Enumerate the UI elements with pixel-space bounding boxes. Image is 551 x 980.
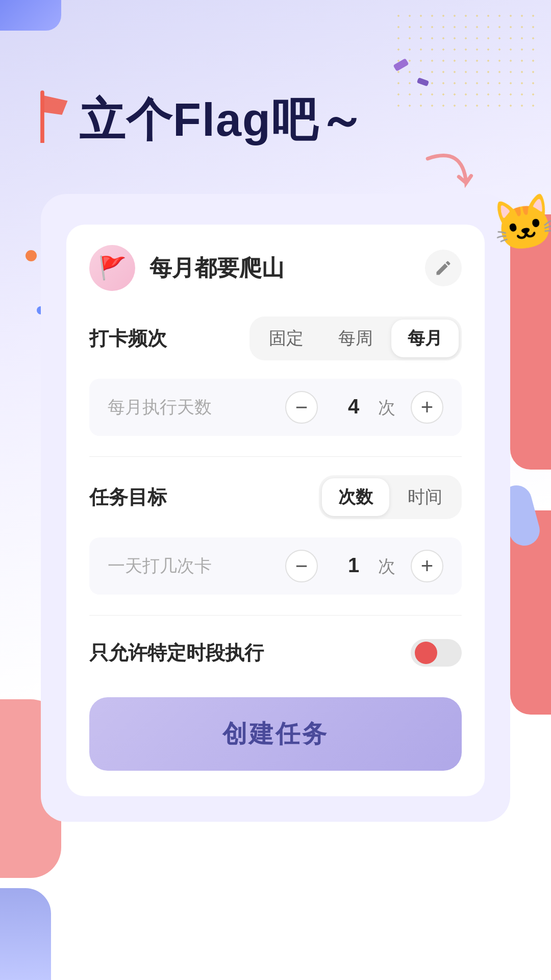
- edit-button[interactable]: [425, 250, 462, 286]
- toggle-weekly[interactable]: 每周: [322, 320, 389, 357]
- task-form-card: 🚩 每月都要爬山 打卡频次 固定 每周 每月 每月执行天数: [66, 225, 485, 796]
- time-restriction-row: 只允许特定时段执行: [89, 634, 462, 672]
- cat-decoration: 🐱: [488, 189, 551, 259]
- toggle-monthly[interactable]: 每月: [391, 320, 459, 357]
- blue-bottom-left-decoration: [0, 888, 51, 980]
- toggle-knob: [415, 642, 437, 664]
- monthly-days-unit: 次: [378, 396, 395, 420]
- checkin-frequency-toggle-group: 固定 每周 每月: [249, 316, 462, 360]
- daily-checkins-unit: 次: [378, 555, 395, 578]
- monthly-days-label: 每月执行天数: [108, 396, 212, 419]
- dot-grid-decoration: [393, 10, 536, 112]
- time-restriction-toggle[interactable]: [411, 639, 462, 667]
- task-name: 每月都要爬山: [149, 253, 284, 283]
- task-icon-group: 🚩 每月都要爬山: [89, 245, 284, 291]
- monthly-days-controls: − 4 次 +: [285, 391, 443, 424]
- monthly-days-decrement[interactable]: −: [285, 391, 318, 424]
- toggle-time[interactable]: 时间: [391, 478, 459, 516]
- monthly-days-increment[interactable]: +: [411, 391, 443, 424]
- checkin-frequency-label: 打卡频次: [89, 326, 167, 352]
- main-card: 🚩 每月都要爬山 打卡频次 固定 每周 每月 每月执行天数: [41, 194, 510, 822]
- checkin-frequency-row: 打卡频次 固定 每周 每月: [89, 316, 462, 360]
- daily-checkins-row: 一天打几次卡 − 1 次 +: [89, 537, 462, 595]
- divider-2: [89, 615, 462, 616]
- time-restriction-label: 只允许特定时段执行: [89, 640, 264, 666]
- daily-checkins-controls: − 1 次 +: [285, 550, 443, 582]
- monthly-days-row: 每月执行天数 − 4 次 +: [89, 379, 462, 436]
- divider-1: [89, 456, 462, 457]
- task-goal-toggle-group: 次数 时间: [319, 475, 462, 519]
- top-left-decoration: [0, 0, 61, 31]
- toggle-fixed[interactable]: 固定: [253, 320, 320, 357]
- daily-checkins-increment[interactable]: +: [411, 550, 443, 582]
- create-task-button[interactable]: 创建任务: [89, 697, 462, 771]
- page-title: 立个Flag吧～: [79, 89, 365, 152]
- task-goal-label: 任务目标: [89, 484, 167, 510]
- task-icon: 🚩: [89, 245, 135, 291]
- daily-checkins-label: 一天打几次卡: [108, 554, 212, 578]
- toggle-count[interactable]: 次数: [322, 478, 389, 516]
- task-goal-row: 任务目标 次数 时间: [89, 475, 462, 519]
- orange-circle-decoration: [26, 250, 37, 261]
- monthly-days-value: 4: [333, 395, 374, 418]
- task-header: 🚩 每月都要爬山: [89, 245, 462, 291]
- daily-checkins-value: 1: [333, 554, 374, 577]
- daily-checkins-decrement[interactable]: −: [285, 550, 318, 582]
- flag-decoration: [31, 87, 77, 145]
